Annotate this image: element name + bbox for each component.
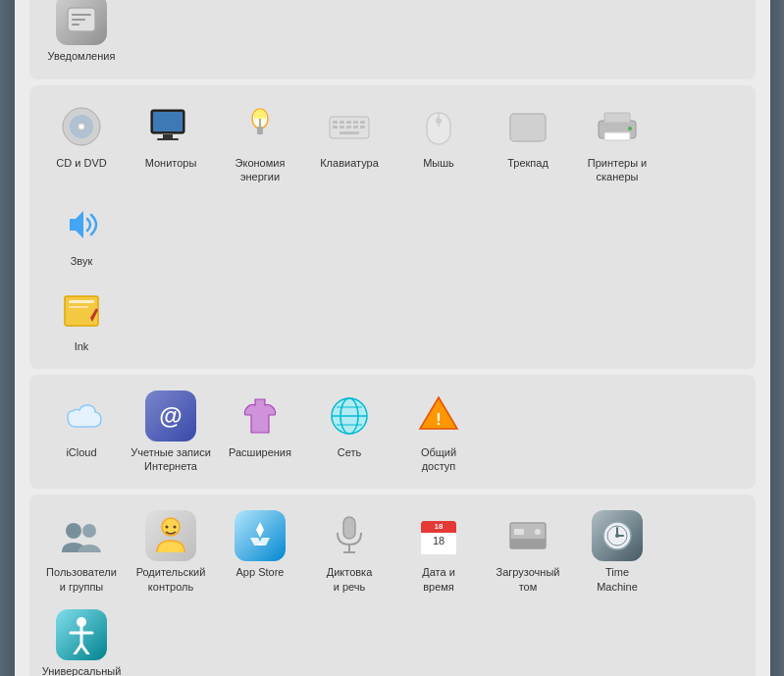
- keyboard-icon: [324, 101, 375, 152]
- icloud-icon: [56, 390, 107, 442]
- cd-icon: [56, 101, 107, 152]
- energy-label: Экономияэнергии: [235, 156, 286, 184]
- parental-icon: [145, 510, 196, 561]
- svg-text:!: !: [436, 411, 441, 428]
- datetime-label: Дата ивремя: [422, 565, 455, 594]
- svg-point-95: [535, 529, 541, 535]
- ink-icon: [56, 285, 107, 336]
- svg-rect-60: [510, 114, 546, 141]
- svg-rect-40: [163, 134, 173, 138]
- mouse-icon: [413, 101, 464, 152]
- svg-rect-51: [333, 126, 338, 129]
- icloud-label: iCloud: [66, 445, 96, 459]
- hardware-icons-grid: CD и DVD Мониторы Экономияэнергии: [37, 93, 748, 277]
- icon-item-startup[interactable]: Загрузочныйтом: [484, 502, 573, 601]
- sharing-label: Общийдоступ: [421, 445, 456, 474]
- svg-rect-55: [360, 126, 365, 129]
- svg-rect-49: [353, 121, 358, 124]
- icon-item-dictation[interactable]: Диктовкаи речь: [305, 502, 394, 601]
- users-label: Пользователии группы: [46, 565, 117, 594]
- content-area: NewOv Основные Рабочий столи заставка: [15, 0, 770, 676]
- svg-rect-52: [340, 126, 344, 129]
- icon-item-icloud[interactable]: iCloud: [37, 383, 127, 482]
- svg-rect-81: [343, 517, 355, 539]
- icon-item-users[interactable]: Пользователии группы: [37, 502, 127, 601]
- icon-item-universal[interactable]: Универсальныйдоступ: [37, 601, 127, 676]
- personal-icons-grid: NewOv Основные Рабочий столи заставка: [37, 0, 748, 72]
- svg-rect-54: [353, 126, 358, 129]
- svg-point-77: [82, 524, 96, 538]
- appstore-label: App Store: [236, 565, 285, 579]
- internet-icons-grid: iCloud @ Учетные записиИнтернета Расшире…: [37, 383, 748, 482]
- notif-icon: [56, 0, 107, 45]
- icon-item-appstore[interactable]: App Store: [216, 502, 305, 601]
- monitors-label: Мониторы: [145, 156, 197, 170]
- svg-rect-88: [421, 548, 456, 554]
- svg-rect-46: [333, 121, 338, 124]
- icon-item-parental[interactable]: Родительскийконтроль: [127, 502, 216, 601]
- trackpad-label: Трекпад: [507, 156, 549, 170]
- icon-item-ink[interactable]: Ink: [37, 277, 127, 361]
- icon-item-keyboard[interactable]: Клавиатура: [305, 93, 394, 192]
- section-internet: iCloud @ Учетные записиИнтернета Расшире…: [29, 375, 756, 490]
- ink-label: Ink: [75, 339, 89, 353]
- svg-point-64: [628, 127, 632, 130]
- svg-rect-66: [69, 300, 94, 303]
- printers-icon: [592, 101, 643, 152]
- svg-rect-63: [604, 132, 630, 140]
- svg-point-76: [66, 523, 81, 539]
- accounts-label: Учетные записиИнтернета: [131, 445, 211, 474]
- network-label: Сеть: [338, 445, 361, 459]
- users-icon: [56, 510, 107, 561]
- icon-item-timemachine[interactable]: TimeMachine: [573, 502, 662, 601]
- section-hardware: CD и DVD Мониторы Экономияэнергии: [29, 85, 756, 369]
- icon-item-datetime[interactable]: 1818 Дата ивремя: [394, 502, 484, 601]
- section-personal: NewOv Основные Рабочий столи заставка: [29, 0, 756, 79]
- svg-point-100: [615, 534, 619, 538]
- system-icons-grid: Пользователии группы Родительскийконтрол…: [37, 502, 748, 676]
- icon-item-sound[interactable]: Звук: [37, 191, 127, 276]
- svg-point-37: [79, 125, 83, 129]
- svg-line-105: [81, 645, 88, 654]
- startup-icon: [502, 510, 553, 561]
- icon-item-sharing[interactable]: ! Общийдоступ: [394, 383, 484, 482]
- icon-item-cd[interactable]: CD и DVD: [37, 93, 127, 192]
- extensions-icon: [235, 390, 286, 442]
- svg-rect-39: [153, 112, 183, 131]
- icon-item-printers[interactable]: Принтеры исканеры: [573, 93, 662, 192]
- svg-point-79: [166, 526, 169, 529]
- keyboard-label: Клавиатура: [320, 156, 379, 170]
- svg-rect-62: [604, 113, 630, 123]
- main-window: ‹ › Системные настройки 🔍 ✕ Рабочий стол: [15, 0, 770, 676]
- icon-item-mouse[interactable]: Мышь: [394, 93, 484, 192]
- cd-label: CD и DVD: [56, 156, 106, 170]
- svg-text:@: @: [159, 402, 182, 429]
- svg-rect-41: [157, 138, 179, 140]
- universal-icon: [56, 609, 107, 660]
- icon-item-extensions[interactable]: Расширения: [216, 383, 305, 482]
- dictation-label: Диктовкаи речь: [327, 565, 373, 594]
- icon-item-energy[interactable]: Экономияэнергии: [216, 93, 305, 192]
- universal-label: Универсальныйдоступ: [42, 664, 122, 676]
- trackpad-icon: [502, 101, 553, 152]
- svg-point-59: [436, 118, 442, 124]
- network-icon: [324, 390, 375, 442]
- svg-rect-33: [72, 24, 79, 26]
- svg-rect-94: [514, 529, 524, 535]
- svg-point-80: [174, 526, 177, 529]
- hardware-icons-grid-2: Ink: [37, 277, 748, 361]
- icon-item-accounts[interactable]: @ Учетные записиИнтернета: [127, 383, 216, 482]
- icon-item-notif[interactable]: Уведомления: [37, 0, 127, 72]
- monitors-icon: [145, 101, 196, 152]
- sound-icon: [56, 199, 107, 250]
- timemachine-icon: [592, 510, 643, 561]
- timemachine-label: TimeMachine: [597, 565, 638, 594]
- svg-rect-32: [72, 19, 85, 21]
- startup-label: Загрузочныйтом: [497, 565, 560, 594]
- svg-line-104: [75, 645, 81, 654]
- icon-item-trackpad[interactable]: Трекпад: [484, 93, 573, 192]
- icon-item-network[interactable]: Сеть: [305, 383, 394, 482]
- accounts-icon: @: [145, 390, 196, 442]
- svg-text:18: 18: [435, 522, 444, 531]
- icon-item-monitors[interactable]: Мониторы: [127, 93, 216, 192]
